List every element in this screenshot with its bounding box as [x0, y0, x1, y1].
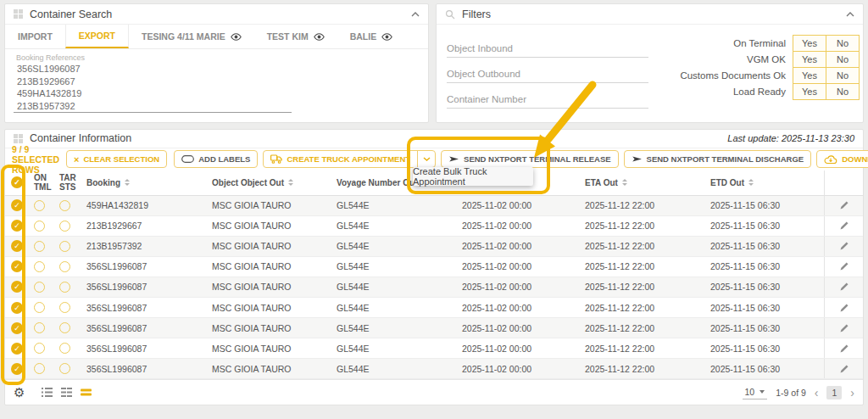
module-view-icon[interactable] [61, 388, 72, 397]
container-search-header: Container Search [5, 4, 428, 25]
dcd-cell: 2025-11-02 00:00 [457, 237, 580, 256]
bulk-truck-appointment-menu-item[interactable]: Create Bulk Truck Appointment [413, 167, 533, 186]
table-row[interactable]: ✓ 356SL1996087 MSC GIOIA TAURO GL544E 20… [5, 257, 863, 277]
table-row[interactable]: ✓ 213B1957392 MSC GIOIA TAURO GL544E 202… [5, 237, 863, 257]
load-ready-yes-button[interactable]: Yes [793, 83, 826, 100]
etd-out-cell: 2025-11-15 06:30 [705, 359, 824, 378]
etd-out-cell: 2025-11-15 06:30 [705, 237, 824, 256]
cloud-download-icon [824, 154, 837, 165]
clear-selection-button[interactable]: × CLEAR SELECTION [66, 150, 167, 168]
send-nxtport-terminal-discharge-button[interactable]: SEND NXTPORT TERMINAL DISCHARGE [624, 150, 812, 168]
customs-documents-no-button[interactable]: No [826, 67, 860, 84]
container-number-input[interactable] [447, 91, 648, 109]
eye-icon[interactable] [314, 33, 325, 41]
eta-out-cell: 2025-11-12 22:00 [580, 196, 705, 215]
row-checkbox[interactable]: ✓ [11, 343, 23, 355]
eta-out-cell: 2025-11-12 22:00 [580, 237, 705, 256]
row-checkbox[interactable]: ✓ [11, 281, 23, 293]
sort-icon[interactable] [288, 179, 293, 186]
select-all-checkbox[interactable]: ✓ [11, 176, 23, 188]
object-out-cell: MSC GIOIA TAURO [207, 257, 331, 277]
object-out-cell: MSC GIOIA TAURO [207, 277, 331, 297]
gear-icon[interactable]: ⚙ [14, 386, 25, 399]
tab-tesing-marie[interactable]: TESING 4/11 MARIE [129, 25, 254, 48]
object-inbound-input[interactable] [447, 40, 648, 58]
voyage-out-cell: GL544E [331, 196, 457, 215]
sort-icon[interactable] [622, 179, 627, 186]
table-row[interactable]: ✓ 356SL1996087 MSC GIOIA TAURO GL544E 20… [5, 298, 863, 318]
edit-pencil-icon[interactable] [839, 344, 849, 354]
object-outbound-input[interactable] [447, 65, 648, 83]
edit-pencil-icon[interactable] [839, 303, 849, 313]
close-icon: × [74, 154, 79, 165]
vgm-ok-no-button[interactable]: No [826, 51, 860, 68]
edit-pencil-icon[interactable] [839, 282, 849, 292]
row-checkbox[interactable]: ✓ [11, 363, 23, 375]
voyage-out-cell: GL544E [331, 318, 457, 338]
row-checkbox[interactable]: ✓ [11, 240, 23, 252]
table-row[interactable]: ✓ 356SL1996087 MSC GIOIA TAURO GL544E 20… [5, 359, 863, 379]
tab-balie[interactable]: BALIE [337, 25, 406, 48]
chevron-down-icon [760, 390, 765, 394]
chevron-right-icon[interactable]: › [850, 387, 854, 399]
column-booking[interactable]: Booking [81, 170, 207, 195]
page-number-button[interactable]: 1 [826, 386, 842, 399]
chevron-left-icon[interactable]: ‹ [815, 387, 819, 399]
send-icon [448, 154, 459, 165]
row-checkbox[interactable]: ✓ [11, 322, 23, 334]
sort-icon[interactable] [125, 179, 130, 186]
rows-view-icon[interactable] [81, 388, 92, 397]
eta-out-cell: 2025-11-12 22:00 [580, 257, 705, 277]
row-checkbox[interactable]: ✓ [11, 260, 23, 272]
add-labels-button[interactable]: ADD LABELS [174, 150, 258, 168]
row-checkbox[interactable]: ✓ [11, 220, 23, 232]
search-body: Booking References 356SL1996087 213B1929… [5, 49, 428, 122]
table-row[interactable]: ✓ 356SL1996087 MSC GIOIA TAURO GL544E 20… [5, 338, 863, 359]
on-terminal-no-button[interactable]: No [826, 35, 860, 52]
tar-sts-indicator [59, 322, 70, 333]
edit-pencil-icon[interactable] [839, 241, 849, 251]
object-out-cell: MSC GIOIA TAURO [207, 298, 331, 317]
create-truck-appointment-dropdown-toggle[interactable] [417, 151, 435, 167]
filters-header: Filters [437, 4, 863, 25]
column-object-out[interactable]: Object Object Out [207, 170, 331, 195]
edit-pencil-icon[interactable] [839, 261, 849, 271]
collapse-button[interactable] [411, 12, 420, 17]
on-terminal-yes-button[interactable]: Yes [793, 35, 826, 52]
eye-icon[interactable] [381, 33, 392, 41]
table-row[interactable]: ✓ 356SL1996087 MSC GIOIA TAURO GL544E 20… [5, 318, 863, 338]
edit-pencil-icon[interactable] [839, 221, 849, 231]
download-button[interactable]: DOWNLOAD [816, 150, 868, 168]
list-view-icon[interactable] [42, 388, 53, 397]
etd-out-cell: 2025-11-15 06:30 [705, 196, 824, 215]
create-truck-appointment-button[interactable]: CREATE TRUCK APPOINTMENT [264, 151, 417, 167]
voyage-out-cell: GL544E [331, 359, 457, 378]
booking-references-textarea[interactable]: 356SL1996087 213B1929667 459HA1432819 21… [17, 63, 81, 112]
table-row[interactable]: ✓ 356SL1996087 MSC GIOIA TAURO GL544E 20… [5, 277, 863, 298]
page-size-select[interactable]: 10 [743, 385, 768, 399]
toggle-customs-documents: Customs Documents Ok Yes No [676, 67, 860, 84]
column-tar-sts[interactable]: TAR STS [54, 170, 81, 195]
container-information-title: Container Information [30, 132, 131, 144]
tab-test-kim[interactable]: TEST KIM [254, 25, 337, 48]
vgm-ok-yes-button[interactable]: Yes [793, 51, 826, 68]
column-eta-out[interactable]: ETA Out [580, 170, 705, 195]
customs-documents-yes-button[interactable]: Yes [793, 67, 826, 84]
table-row[interactable]: ✓ 213B1929667 MSC GIOIA TAURO GL544E 202… [5, 216, 863, 237]
eye-icon[interactable] [231, 33, 242, 41]
edit-pencil-icon[interactable] [839, 200, 849, 210]
sort-icon[interactable] [748, 179, 754, 186]
edit-pencil-icon[interactable] [839, 364, 849, 374]
column-on-tml[interactable]: ON TML [29, 170, 54, 195]
collapse-button[interactable] [846, 12, 854, 17]
table-row[interactable]: ✓ 459HA1432819 MSC GIOIA TAURO GL544E 20… [5, 196, 863, 216]
edit-pencil-icon[interactable] [839, 323, 849, 333]
load-ready-no-button[interactable]: No [826, 83, 860, 100]
row-checkbox[interactable]: ✓ [11, 302, 23, 314]
column-etd-out[interactable]: ETD Out [705, 170, 824, 195]
tab-export[interactable]: EXPORT [65, 25, 129, 48]
row-checkbox[interactable]: ✓ [11, 199, 23, 211]
tab-import[interactable]: IMPORT [5, 25, 65, 48]
on-terminal-indicator [34, 343, 45, 354]
dcd-cell: 2025-11-02 00:00 [457, 277, 580, 297]
